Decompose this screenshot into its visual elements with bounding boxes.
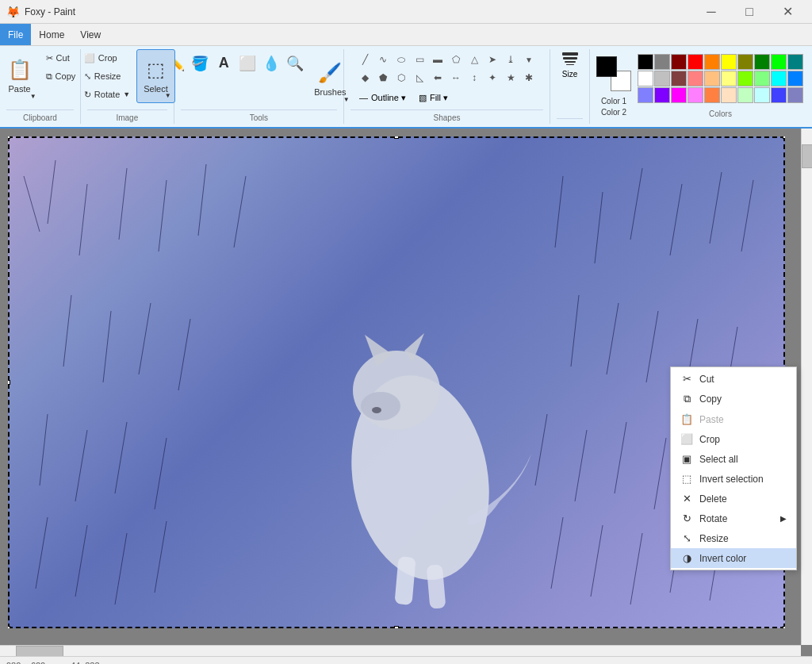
shape-star4[interactable]: ✦ — [484, 69, 501, 86]
color-cell-23[interactable] — [688, 87, 703, 103]
handle-br[interactable] — [783, 626, 785, 628]
color-cell-5[interactable] — [721, 54, 737, 70]
color-cell-14[interactable] — [704, 71, 720, 86]
text-button[interactable]: A — [213, 52, 235, 74]
handle-tr[interactable] — [783, 136, 785, 139]
shape-arrow-ud[interactable]: ↕ — [465, 69, 483, 86]
color-cell-8[interactable] — [771, 54, 787, 70]
shape-oval[interactable]: ⬭ — [393, 51, 410, 68]
ctx-rotate[interactable]: ↻Rotate▶ — [671, 509, 796, 528]
color2-button[interactable]: Color 2 — [598, 107, 630, 117]
image-label: Image — [87, 109, 167, 124]
scrollbar-thumb-h[interactable] — [16, 646, 63, 656]
scrollbar-thumb-v[interactable] — [802, 144, 812, 168]
shape-pentagon[interactable]: ⬟ — [374, 69, 392, 86]
color-cell-2[interactable] — [671, 54, 687, 70]
shape-hex[interactable]: ⬡ — [393, 69, 410, 86]
rotate-button[interactable]: ↻ Rotate ▼ — [79, 86, 135, 103]
color-cell-24[interactable] — [704, 87, 720, 103]
color-cell-6[interactable] — [737, 54, 753, 70]
handle-bl[interactable] — [8, 626, 10, 628]
close-button[interactable]: ✕ — [769, 1, 806, 23]
color-cell-13[interactable] — [688, 71, 703, 86]
color-cell-10[interactable] — [638, 71, 653, 86]
menu-view[interactable]: View — [72, 24, 109, 45]
svg-line-12 — [75, 430, 87, 501]
color-cell-22[interactable] — [671, 87, 687, 103]
shape-diamond[interactable]: ◆ — [356, 69, 373, 86]
ctx-resize[interactable]: ⤡Resize — [671, 528, 796, 548]
shape-more[interactable]: ▼ — [520, 51, 538, 68]
shape-star5[interactable]: ★ — [502, 69, 519, 86]
shape-line[interactable]: ╱ — [356, 51, 373, 68]
canvas-area[interactable]: ✂Cut⧉Copy📋Paste⬜Crop▣Select all⬚Invert s… — [0, 129, 812, 656]
select-button[interactable]: ⬚ Select ▼ — [136, 49, 175, 103]
color-cell-4[interactable] — [704, 54, 720, 70]
shape-arrow-lr[interactable]: ↔ — [447, 69, 465, 86]
color-cell-11[interactable] — [654, 71, 670, 86]
menu-file[interactable]: File — [0, 24, 31, 45]
menu-home[interactable]: Home — [31, 24, 72, 45]
ctx-crop[interactable]: ⬜Crop — [671, 429, 796, 449]
ctx-copy[interactable]: ⧉Copy — [671, 389, 796, 409]
shape-arrow-scroll[interactable]: ⤓ — [502, 51, 519, 68]
handle-tl[interactable] — [8, 136, 10, 139]
minimize-button[interactable]: ─ — [693, 1, 730, 23]
ctx-invert-color[interactable]: ◑Invert color — [671, 548, 796, 568]
shape-poly[interactable]: ⬠ — [447, 51, 465, 68]
shape-star6[interactable]: ✱ — [520, 69, 538, 86]
color-cell-15[interactable] — [721, 71, 737, 86]
handle-ml[interactable] — [8, 380, 10, 385]
ctx-delete[interactable]: ✕Delete — [671, 489, 796, 509]
color-cell-29[interactable] — [787, 87, 803, 103]
ctx-select-all[interactable]: ▣Select all — [671, 449, 796, 469]
shape-arrow-r[interactable]: ➤ — [484, 51, 501, 68]
ctx-invert-selection[interactable]: ⬚Invert selection — [671, 469, 796, 489]
outline-button[interactable]: — Outline ▾ — [354, 90, 411, 106]
shape-tri[interactable]: △ — [465, 51, 483, 68]
color-cell-7[interactable] — [754, 54, 770, 70]
color-cell-16[interactable] — [737, 71, 753, 86]
paste-button[interactable]: 📋 Paste ▼ — [0, 49, 40, 103]
color-cell-17[interactable] — [754, 71, 770, 86]
crop-button[interactable]: ⬜ Crop — [79, 49, 135, 67]
brushes-button[interactable]: 🖌️ Brushes ▼ — [308, 52, 352, 106]
ctx-cut[interactable]: ✂Cut — [671, 369, 796, 389]
eraser-button[interactable]: ⬜ — [236, 52, 259, 75]
color-cell-26[interactable] — [737, 87, 753, 103]
color-cell-18[interactable] — [771, 71, 787, 86]
color-cell-0[interactable] — [638, 54, 653, 70]
color-cell-28[interactable] — [771, 87, 787, 103]
scrollbar-horizontal[interactable] — [0, 645, 801, 656]
resize-button[interactable]: ⤡ Resize — [79, 67, 135, 85]
handle-tm[interactable] — [394, 136, 399, 139]
submenu-arrow-rotate: ▶ — [780, 514, 787, 523]
shape-curve[interactable]: ∿ — [374, 51, 392, 68]
scrollbar-vertical[interactable] — [801, 129, 812, 645]
color-cell-9[interactable] — [787, 54, 803, 70]
fill-button[interactable]: ▧ Fill ▾ — [414, 90, 453, 106]
paint-canvas[interactable] — [8, 136, 785, 628]
fill-tool-button[interactable]: 🪣 — [189, 52, 211, 75]
color-picker-button[interactable]: 💧 — [260, 52, 282, 75]
color-cell-21[interactable] — [654, 87, 670, 103]
color-cell-25[interactable] — [721, 87, 737, 103]
color-cell-27[interactable] — [754, 87, 770, 103]
shape-right-tri[interactable]: ◺ — [411, 69, 428, 86]
handle-bm[interactable] — [394, 626, 399, 628]
copy-button[interactable]: ⧉ Copy — [41, 67, 81, 85]
maximize-button[interactable]: □ — [731, 1, 768, 23]
color-cell-1[interactable] — [654, 54, 670, 70]
shape-rect2[interactable]: ▬ — [429, 51, 446, 68]
color-cell-3[interactable] — [688, 54, 703, 70]
color1-button[interactable]: Color 1 — [598, 96, 630, 106]
cut-button[interactable]: ✂ Cut — [41, 49, 81, 67]
magnifier-button[interactable]: 🔍 — [284, 52, 306, 75]
color-cell-20[interactable] — [638, 87, 653, 103]
shape-arrow-l[interactable]: ⬅ — [429, 69, 446, 86]
color1-swatch[interactable] — [596, 56, 617, 77]
color-cell-19[interactable] — [787, 71, 803, 86]
size-button[interactable]: Size — [559, 49, 581, 82]
color-cell-12[interactable] — [671, 71, 687, 86]
shape-rect[interactable]: ▭ — [411, 51, 428, 68]
